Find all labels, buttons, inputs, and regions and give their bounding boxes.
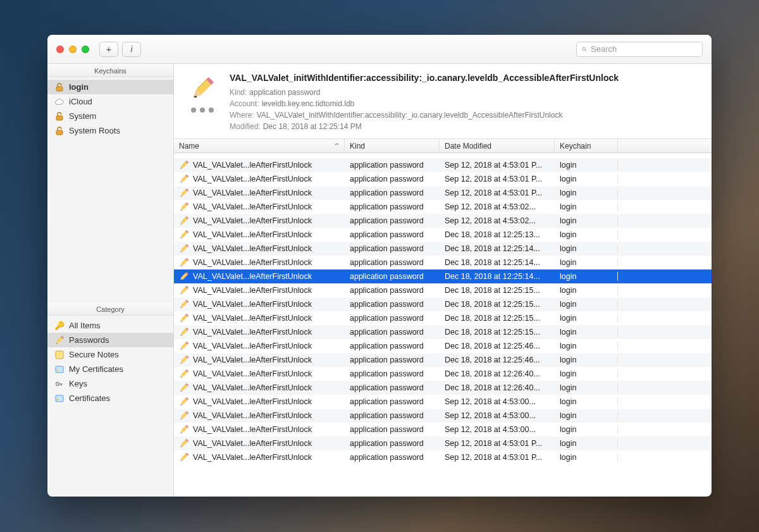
- note-icon: [54, 350, 65, 360]
- pencil-icon: [54, 335, 65, 345]
- table-row[interactable]: VAL_VALValet...leAfterFirstUnlockapplica…: [174, 297, 712, 311]
- table-row[interactable]: VAL_VALValet...leAfterFirstUnlockapplica…: [174, 436, 712, 450]
- table-row[interactable]: VAL_VALValet...leAfterFirstUnlockapplica…: [174, 311, 712, 325]
- table-row[interactable]: VAL_VALValet...leAfterFirstUnlockapplica…: [174, 450, 712, 464]
- row-name: VAL_VALValet...leAfterFirstUnlock: [193, 202, 312, 211]
- svg-rect-16: [56, 395, 63, 402]
- row-date: Dec 18, 2018 at 12:26:40...: [440, 383, 555, 392]
- sidebar-category-item[interactable]: Passwords: [47, 333, 173, 347]
- row-date: Dec 18, 2018 at 12:25:46...: [440, 356, 555, 364]
- row-kind: application password: [345, 216, 440, 225]
- table-row[interactable]: VAL_VALValet...leAfterFirstUnlockapplica…: [174, 353, 712, 367]
- pencil-icon: [179, 313, 189, 323]
- column-header-kind[interactable]: Kind: [345, 139, 440, 152]
- row-kind: application password: [345, 189, 440, 197]
- row-name: VAL_VALValet...leAfterFirstUnlock: [193, 286, 312, 295]
- sidebar-item-label: login: [69, 82, 89, 92]
- detail-account-label: Account:: [230, 99, 259, 108]
- table-row[interactable]: VAL_VALValet...leAfterFirstUnlockapplica…: [174, 409, 712, 423]
- row-kind: application password: [345, 328, 440, 337]
- table-row[interactable]: VAL_VALValet...leAfterFirstUnlockapplica…: [174, 395, 712, 409]
- row-keychain: login: [555, 244, 618, 253]
- row-name: VAL_VALValet...leAfterFirstUnlock: [193, 244, 312, 253]
- row-kind: application password: [345, 397, 440, 406]
- zoom-window-button[interactable]: [82, 46, 89, 53]
- row-name: VAL_VALValet...leAfterFirstUnlock: [193, 342, 312, 350]
- sidebar-category-item[interactable]: Keys: [47, 376, 173, 391]
- detail-modified-value: Dec 18, 2018 at 12:25:14 PM: [263, 122, 362, 131]
- row-keychain: login: [555, 342, 618, 350]
- table-row[interactable]: VAL_VALValet...leAfterFirstUnlockapplica…: [174, 367, 712, 381]
- column-header-name[interactable]: Name: [174, 139, 345, 152]
- row-name: VAL_VALValet...leAfterFirstUnlock: [193, 161, 312, 170]
- table-row[interactable]: VAL_VALValet...leAfterFirstUnlockapplica…: [174, 228, 712, 242]
- cloud-icon: [54, 97, 65, 107]
- row-keychain: login: [555, 189, 618, 197]
- table-body[interactable]: VAL_VALValet...leAfterFirstUnlockapplica…: [174, 153, 712, 497]
- search-input[interactable]: [591, 44, 697, 54]
- table-row[interactable]: VAL_VALValet...leAfterFirstUnlockapplica…: [174, 158, 712, 172]
- sidebar-category-item[interactable]: 🔑All Items: [47, 318, 173, 333]
- titlebar: + i: [47, 35, 712, 64]
- row-date: Dec 18, 2018 at 12:25:15...: [440, 328, 555, 337]
- sidebar-category-item[interactable]: Certificates: [47, 391, 173, 405]
- table-row[interactable]: VAL_VALValet...leAfterFirstUnlockapplica…: [174, 186, 712, 200]
- row-date: Sep 12, 2018 at 4:53:01 P...: [440, 175, 555, 183]
- sidebar-keychain-item[interactable]: System Roots: [47, 123, 173, 138]
- table-row[interactable]: VAL_VALValet...leAfterFirstUnlockapplica…: [174, 256, 712, 269]
- sidebar-keychain-item[interactable]: iCloud: [47, 94, 173, 109]
- sidebar-keychain-item[interactable]: System: [47, 109, 173, 123]
- table-row[interactable]: VAL_VALValet...leAfterFirstUnlockapplica…: [174, 269, 712, 283]
- row-date: Sep 12, 2018 at 4:53:00...: [440, 425, 555, 434]
- row-name: VAL_VALValet...leAfterFirstUnlock: [193, 328, 312, 337]
- lock-open-icon: [54, 111, 65, 121]
- table-row[interactable]: VAL_VALValet...leAfterFirstUnlockapplica…: [174, 242, 712, 256]
- sidebar-category-item[interactable]: Secure Notes: [47, 347, 173, 362]
- add-item-button[interactable]: +: [99, 42, 118, 57]
- sidebar-category-item[interactable]: My Certificates: [47, 362, 173, 376]
- table-row[interactable]: VAL_VALValet...leAfterFirstUnlockapplica…: [174, 172, 712, 186]
- table-row[interactable]: [174, 153, 712, 158]
- column-header-keychain[interactable]: Keychain: [555, 139, 618, 152]
- table-row[interactable]: VAL_VALValet...leAfterFirstUnlockapplica…: [174, 339, 712, 353]
- info-button[interactable]: i: [122, 42, 141, 57]
- column-header-date[interactable]: Date Modified: [440, 139, 555, 152]
- pencil-icon: [179, 271, 189, 281]
- row-keychain: login: [555, 328, 618, 337]
- pencil-icon: [179, 424, 189, 435]
- search-field[interactable]: [576, 42, 703, 57]
- table-row[interactable]: VAL_VALValet...leAfterFirstUnlockapplica…: [174, 381, 712, 395]
- table-row[interactable]: VAL_VALValet...leAfterFirstUnlockapplica…: [174, 283, 712, 297]
- row-date: Sep 12, 2018 at 4:53:00...: [440, 411, 555, 420]
- info-icon: i: [130, 44, 133, 54]
- row-kind: application password: [345, 369, 440, 378]
- password-dots-icon: [191, 108, 214, 113]
- category-list: 🔑All ItemsPasswordsSecure NotesMy Certif…: [47, 316, 173, 408]
- close-window-button[interactable]: [56, 46, 64, 53]
- row-kind: application password: [345, 230, 440, 239]
- detail-modified-label: Modified:: [230, 122, 261, 131]
- row-name: VAL_VALValet...leAfterFirstUnlock: [193, 411, 312, 420]
- row-keychain: login: [555, 230, 618, 239]
- table-row[interactable]: VAL_VALValet...leAfterFirstUnlockapplica…: [174, 200, 712, 214]
- row-date: Dec 18, 2018 at 12:25:15...: [440, 314, 555, 323]
- row-name: VAL_VALValet...leAfterFirstUnlock: [193, 272, 312, 281]
- row-kind: application password: [345, 453, 440, 462]
- row-name: VAL_VALValet...leAfterFirstUnlock: [193, 383, 312, 392]
- minimize-window-button[interactable]: [69, 46, 77, 53]
- table-row[interactable]: VAL_VALValet...leAfterFirstUnlockapplica…: [174, 214, 712, 228]
- lock-open-icon: [54, 82, 65, 92]
- sidebar-item-label: Passwords: [69, 335, 109, 345]
- row-kind: application password: [345, 244, 440, 253]
- row-keychain: login: [555, 369, 618, 378]
- row-kind: application password: [345, 314, 440, 323]
- pencil-icon: [179, 174, 189, 184]
- table-row[interactable]: VAL_VALValet...leAfterFirstUnlockapplica…: [174, 325, 712, 339]
- row-keychain: login: [555, 314, 618, 323]
- row-keychain: login: [555, 161, 618, 170]
- table-row[interactable]: VAL_VALValet...leAfterFirstUnlockapplica…: [174, 423, 712, 436]
- sidebar-keychain-item[interactable]: login: [47, 80, 173, 94]
- pencil-icon: [179, 188, 189, 198]
- row-date: Dec 18, 2018 at 12:25:15...: [440, 286, 555, 295]
- detail-icon: [183, 73, 222, 132]
